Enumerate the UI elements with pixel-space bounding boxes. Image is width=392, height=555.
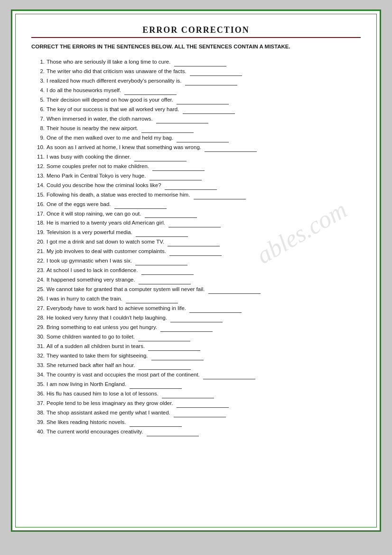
- list-item: 29.Bring something to eat unless you get…: [31, 322, 361, 332]
- answer-blank[interactable]: [138, 332, 190, 341]
- answer-blank[interactable]: [177, 95, 229, 104]
- sentence-text: As soon as I arrived at home, I knew tha…: [47, 142, 361, 152]
- sentence-number: 39.: [31, 418, 45, 427]
- sentence-text: Once it will stop raining, we can go out…: [47, 209, 361, 218]
- answer-blank[interactable]: [194, 190, 246, 199]
- answer-blank[interactable]: [160, 322, 213, 332]
- sentence-text: It happened something very strange.: [47, 275, 361, 284]
- list-item: 33.She returned back after half an hour.: [31, 360, 361, 370]
- answer-blank[interactable]: [165, 180, 217, 190]
- answer-blank[interactable]: [114, 199, 167, 209]
- sentence-number: 9.: [31, 133, 45, 142]
- answer-blank[interactable]: [145, 209, 197, 218]
- list-item: 30.Some children wanted to go to toilet.: [31, 332, 361, 341]
- answer-blank[interactable]: [185, 76, 237, 85]
- answer-blank[interactable]: [203, 370, 255, 379]
- sentence-text: Television is a very powerful media.: [47, 227, 361, 237]
- sentence-number: 36.: [31, 389, 45, 398]
- answer-blank[interactable]: [156, 114, 208, 123]
- answer-blank[interactable]: [174, 57, 226, 66]
- answer-blank[interactable]: [134, 152, 187, 161]
- list-item: 21.My job involves to deal with customer…: [31, 246, 361, 256]
- sentence-text: Everybody have to work hard to achieve s…: [47, 303, 361, 313]
- list-item: 19.Television is a very powerful media.: [31, 227, 361, 237]
- sentence-number: 35.: [31, 380, 45, 389]
- answer-blank[interactable]: [168, 237, 220, 246]
- sentence-text: We cannot take for granted that a comput…: [47, 284, 361, 294]
- list-item: 24.It happened something very strange.: [31, 275, 361, 284]
- list-item: 20.I got me a drink and sat down to watc…: [31, 237, 361, 246]
- list-item: 5.Their decision will depend on how good…: [31, 95, 361, 104]
- answer-blank[interactable]: [139, 275, 191, 284]
- sentence-text: He looked very funny that I couldn't hel…: [47, 313, 361, 322]
- list-item: 25.We cannot take for granted that a com…: [31, 284, 361, 294]
- sentence-text: My job involves to deal with customer co…: [47, 246, 361, 256]
- list-item: 1.Those who are seriously ill take a lon…: [31, 57, 361, 66]
- answer-blank[interactable]: [151, 351, 204, 360]
- sentence-text: I was busy with cooking the dinner.: [47, 152, 361, 161]
- sentence-text: Could you describe how the criminal look…: [47, 180, 361, 190]
- answer-blank[interactable]: [190, 66, 242, 76]
- list-item: 22.I took up gymnastic when I was six.: [31, 256, 361, 265]
- answer-blank[interactable]: [170, 313, 223, 322]
- sentence-text: I do all the houseworks myself.: [47, 85, 361, 95]
- sentence-text: The writer who did that criticism was un…: [47, 66, 361, 76]
- answer-blank[interactable]: [152, 161, 205, 171]
- sentence-number: 27.: [31, 304, 45, 313]
- answer-blank[interactable]: [141, 123, 194, 133]
- sentence-text: The current world encourages creativity.: [47, 427, 361, 436]
- sentence-number: 28.: [31, 313, 45, 322]
- answer-blank[interactable]: [141, 265, 194, 275]
- sentence-text: Their decision will depend on how good i…: [47, 95, 361, 104]
- answer-blank[interactable]: [130, 379, 182, 389]
- sentence-number: 37.: [31, 399, 45, 408]
- sentence-number: 17.: [31, 209, 45, 218]
- sentence-text: They wanted to take them for sightseeing…: [47, 351, 361, 360]
- answer-blank[interactable]: [130, 417, 182, 427]
- sentence-text: One of the men walked over to me and hel…: [47, 133, 361, 142]
- list-item: 14.Could you describe how the criminal l…: [31, 180, 361, 190]
- sentence-text: The country is vast and occupies the mos…: [47, 370, 361, 379]
- answer-blank[interactable]: [162, 389, 214, 398]
- answer-blank[interactable]: [183, 104, 235, 114]
- answer-blank[interactable]: [124, 85, 177, 95]
- answer-blank[interactable]: [147, 427, 199, 436]
- sentence-text: The key of our success is that we all wo…: [47, 104, 361, 114]
- sentence-text: Following his death, a statue was erecte…: [47, 190, 361, 199]
- answer-blank[interactable]: [177, 133, 229, 142]
- list-item: 32.They wanted to take them for sightsee…: [31, 351, 361, 360]
- sentence-text: I was in hurry to catch the train.: [47, 294, 361, 303]
- answer-blank[interactable]: [205, 142, 257, 152]
- answer-blank[interactable]: [148, 341, 200, 351]
- list-item: 27.Everybody have to work hard to achiev…: [31, 303, 361, 313]
- sentence-text: At school I used to lack in confidence.: [47, 265, 361, 275]
- answer-blank[interactable]: [208, 284, 261, 294]
- list-item: 13.Meno Park in Central Tokyo is very hu…: [31, 171, 361, 180]
- answer-blank[interactable]: [168, 218, 221, 227]
- answer-blank[interactable]: [126, 294, 178, 303]
- sentence-number: 40.: [31, 427, 45, 436]
- answer-blank[interactable]: [189, 303, 242, 313]
- answer-blank[interactable]: [174, 408, 226, 417]
- answer-blank[interactable]: [139, 360, 191, 370]
- sentence-number: 38.: [31, 408, 45, 417]
- sentence-number: 26.: [31, 294, 45, 303]
- worksheet-page: ables.com ERROR CORRECTION CORRECT THE E…: [11, 9, 381, 532]
- sentence-number: 2.: [31, 67, 45, 76]
- sentence-text: People tend to be less imaginary as they…: [47, 398, 361, 408]
- list-item: 38.The shop assistant asked me gently wh…: [31, 408, 361, 417]
- sentence-number: 16.: [31, 200, 45, 209]
- list-item: 16.One of the eggs were bad.: [31, 199, 361, 209]
- sentence-text: She returned back after half an hour.: [47, 360, 361, 370]
- sentence-number: 7.: [31, 114, 45, 123]
- list-item: 9.One of the men walked over to me and h…: [31, 133, 361, 142]
- sentence-number: 31.: [31, 342, 45, 351]
- sentence-text: Some children wanted to go to toilet.: [47, 332, 361, 341]
- sentence-number: 15.: [31, 190, 45, 199]
- sentence-text: The shop assistant asked me gently what …: [47, 408, 361, 417]
- answer-blank[interactable]: [149, 171, 202, 180]
- answer-blank[interactable]: [177, 398, 229, 408]
- answer-blank[interactable]: [136, 227, 188, 237]
- answer-blank[interactable]: [135, 256, 187, 265]
- answer-blank[interactable]: [169, 246, 222, 256]
